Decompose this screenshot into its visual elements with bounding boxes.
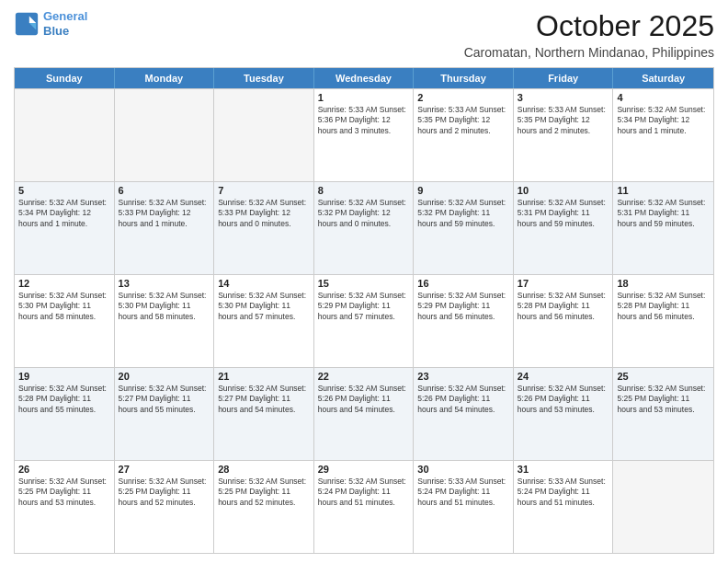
cal-row-4: 19Sunrise: 5:32 AM Sunset: 5:28 PM Dayli… [15,367,713,460]
cell-text: Sunrise: 5:32 AM Sunset: 5:27 PM Dayligh… [218,384,310,415]
cell-text: Sunrise: 5:32 AM Sunset: 5:30 PM Dayligh… [218,291,310,322]
day-number: 26 [18,464,110,475]
day-number: 28 [218,464,310,475]
cal-cell-r3c3: 22Sunrise: 5:32 AM Sunset: 5:26 PM Dayli… [314,368,415,460]
cell-text: Sunrise: 5:32 AM Sunset: 5:33 PM Dayligh… [218,198,310,229]
cell-text: Sunrise: 5:32 AM Sunset: 5:28 PM Dayligh… [518,291,609,322]
day-number: 7 [218,185,310,196]
day-number: 31 [518,464,609,475]
day-number: 14 [218,278,310,289]
cal-cell-r1c3: 8Sunrise: 5:32 AM Sunset: 5:32 PM Daylig… [314,182,415,274]
day-number: 30 [417,464,509,475]
cell-text: Sunrise: 5:33 AM Sunset: 5:24 PM Dayligh… [518,477,609,508]
cal-cell-r3c5: 24Sunrise: 5:32 AM Sunset: 5:26 PM Dayli… [514,368,614,460]
day-number: 1 [318,92,410,103]
day-number: 24 [518,371,609,382]
month-title: October 2025 [464,9,714,43]
logo: General Blue [14,9,87,38]
cal-cell-r2c4: 16Sunrise: 5:32 AM Sunset: 5:29 PM Dayli… [414,275,514,367]
cal-cell-r0c3: 1Sunrise: 5:33 AM Sunset: 5:36 PM Daylig… [314,89,415,181]
cal-cell-r1c5: 10Sunrise: 5:32 AM Sunset: 5:31 PM Dayli… [514,182,614,274]
cal-cell-r3c2: 21Sunrise: 5:32 AM Sunset: 5:27 PM Dayli… [214,368,314,460]
cal-cell-r3c0: 19Sunrise: 5:32 AM Sunset: 5:28 PM Dayli… [15,368,115,460]
cal-cell-r3c6: 25Sunrise: 5:32 AM Sunset: 5:25 PM Dayli… [613,368,713,460]
day-number: 22 [318,371,410,382]
cell-text: Sunrise: 5:32 AM Sunset: 5:28 PM Dayligh… [617,291,710,322]
cell-text: Sunrise: 5:32 AM Sunset: 5:24 PM Dayligh… [318,477,410,508]
cell-text: Sunrise: 5:32 AM Sunset: 5:25 PM Dayligh… [18,477,110,508]
day-number: 16 [417,278,509,289]
day-number: 13 [119,278,210,289]
day-number: 8 [318,185,410,196]
cell-text: Sunrise: 5:32 AM Sunset: 5:28 PM Dayligh… [18,384,110,415]
cell-text: Sunrise: 5:32 AM Sunset: 5:27 PM Dayligh… [119,384,210,415]
page: General Blue October 2025 Caromatan, Nor… [0,0,728,563]
day-number: 5 [18,185,110,196]
cell-text: Sunrise: 5:32 AM Sunset: 5:34 PM Dayligh… [617,105,710,136]
day-number: 2 [417,92,509,103]
title-block: October 2025 Caromatan, Northern Mindana… [464,9,714,60]
cell-text: Sunrise: 5:32 AM Sunset: 5:31 PM Dayligh… [518,198,609,229]
header-thursday: Thursday [414,68,514,88]
cal-cell-r1c0: 5Sunrise: 5:32 AM Sunset: 5:34 PM Daylig… [15,182,115,274]
cal-cell-r3c1: 20Sunrise: 5:32 AM Sunset: 5:27 PM Dayli… [115,368,215,460]
day-number: 17 [518,278,609,289]
cal-cell-r4c0: 26Sunrise: 5:32 AM Sunset: 5:25 PM Dayli… [15,461,115,553]
day-number: 3 [518,92,609,103]
cal-cell-r4c1: 27Sunrise: 5:32 AM Sunset: 5:25 PM Dayli… [115,461,215,553]
logo-text: General Blue [43,9,87,38]
header-friday: Friday [514,68,614,88]
cal-cell-r2c1: 13Sunrise: 5:32 AM Sunset: 5:30 PM Dayli… [115,275,215,367]
cal-cell-r2c6: 18Sunrise: 5:32 AM Sunset: 5:28 PM Dayli… [613,275,713,367]
cell-text: Sunrise: 5:32 AM Sunset: 5:33 PM Dayligh… [119,198,210,229]
cal-cell-r4c4: 30Sunrise: 5:33 AM Sunset: 5:24 PM Dayli… [414,461,514,553]
cal-cell-r2c2: 14Sunrise: 5:32 AM Sunset: 5:30 PM Dayli… [214,275,314,367]
day-number: 12 [18,278,110,289]
day-number: 6 [119,185,210,196]
cal-cell-r1c6: 11Sunrise: 5:32 AM Sunset: 5:31 PM Dayli… [613,182,713,274]
cal-cell-r0c5: 3Sunrise: 5:33 AM Sunset: 5:35 PM Daylig… [514,89,614,181]
cal-cell-r0c2 [214,89,314,181]
cell-text: Sunrise: 5:33 AM Sunset: 5:36 PM Dayligh… [318,105,410,136]
calendar-header: Sunday Monday Tuesday Wednesday Thursday… [15,68,713,88]
day-number: 18 [617,278,710,289]
cal-cell-r1c4: 9Sunrise: 5:32 AM Sunset: 5:32 PM Daylig… [414,182,514,274]
header: General Blue October 2025 Caromatan, Nor… [14,9,714,60]
logo-icon [14,11,40,37]
day-number: 25 [617,371,710,382]
cal-row-2: 5Sunrise: 5:32 AM Sunset: 5:34 PM Daylig… [15,181,713,274]
cell-text: Sunrise: 5:32 AM Sunset: 5:31 PM Dayligh… [617,198,710,229]
header-tuesday: Tuesday [214,68,314,88]
cal-cell-r4c2: 28Sunrise: 5:32 AM Sunset: 5:25 PM Dayli… [214,461,314,553]
cal-cell-r0c0 [15,89,115,181]
logo-line2: Blue [43,24,69,38]
day-number: 15 [318,278,410,289]
cell-text: Sunrise: 5:32 AM Sunset: 5:32 PM Dayligh… [318,198,410,229]
cell-text: Sunrise: 5:33 AM Sunset: 5:35 PM Dayligh… [417,105,509,136]
cal-cell-r3c4: 23Sunrise: 5:32 AM Sunset: 5:26 PM Dayli… [414,368,514,460]
cell-text: Sunrise: 5:32 AM Sunset: 5:29 PM Dayligh… [417,291,509,322]
day-number: 4 [617,92,710,103]
logo-line1: General [43,9,87,23]
cal-cell-r4c5: 31Sunrise: 5:33 AM Sunset: 5:24 PM Dayli… [514,461,614,553]
cell-text: Sunrise: 5:32 AM Sunset: 5:26 PM Dayligh… [518,384,609,415]
cal-cell-r0c4: 2Sunrise: 5:33 AM Sunset: 5:35 PM Daylig… [414,89,514,181]
cal-cell-r4c3: 29Sunrise: 5:32 AM Sunset: 5:24 PM Dayli… [314,461,415,553]
cal-row-5: 26Sunrise: 5:32 AM Sunset: 5:25 PM Dayli… [15,460,713,553]
cal-cell-r2c3: 15Sunrise: 5:32 AM Sunset: 5:29 PM Dayli… [314,275,415,367]
cell-text: Sunrise: 5:32 AM Sunset: 5:26 PM Dayligh… [318,384,410,415]
cal-cell-r2c5: 17Sunrise: 5:32 AM Sunset: 5:28 PM Dayli… [514,275,614,367]
day-number: 21 [218,371,310,382]
location-title: Caromatan, Northern Mindanao, Philippine… [464,45,714,60]
calendar: Sunday Monday Tuesday Wednesday Thursday… [14,67,714,554]
day-number: 27 [119,464,210,475]
cell-text: Sunrise: 5:32 AM Sunset: 5:26 PM Dayligh… [417,384,509,415]
header-saturday: Saturday [613,68,713,88]
cell-text: Sunrise: 5:32 AM Sunset: 5:30 PM Dayligh… [18,291,110,322]
cell-text: Sunrise: 5:32 AM Sunset: 5:25 PM Dayligh… [119,477,210,508]
cell-text: Sunrise: 5:32 AM Sunset: 5:30 PM Dayligh… [119,291,210,322]
day-number: 29 [318,464,410,475]
cal-row-3: 12Sunrise: 5:32 AM Sunset: 5:30 PM Dayli… [15,274,713,367]
cell-text: Sunrise: 5:32 AM Sunset: 5:34 PM Dayligh… [18,198,110,229]
cal-cell-r1c2: 7Sunrise: 5:32 AM Sunset: 5:33 PM Daylig… [214,182,314,274]
